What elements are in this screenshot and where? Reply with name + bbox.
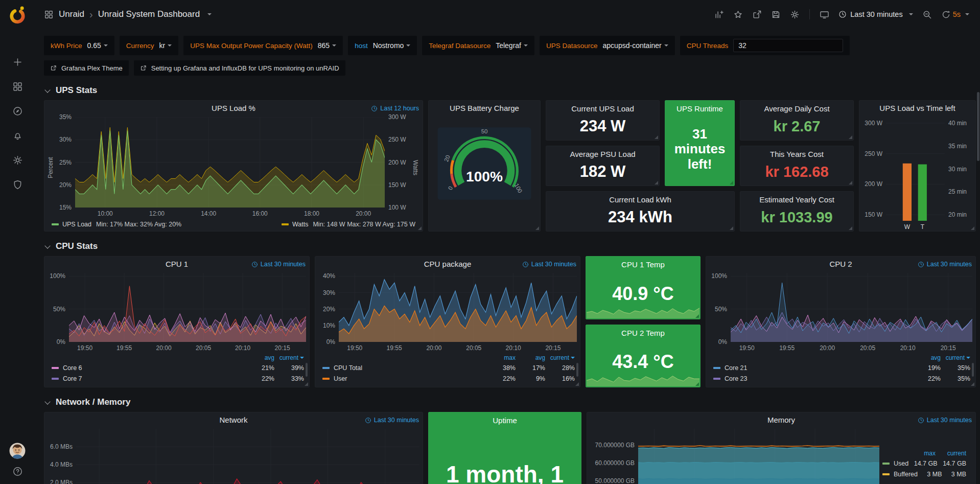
sidebar-server-admin-button[interactable] xyxy=(12,179,23,190)
legend-series[interactable]: UPS Load Min: 17% Max: 32% Avg: 20% xyxy=(52,221,181,228)
section-cpu-stats[interactable]: CPU Stats xyxy=(44,240,976,252)
panel-title[interactable]: Memory xyxy=(767,416,795,424)
refresh-interval-label[interactable]: 5s xyxy=(953,10,961,18)
dashboard-settings-button[interactable] xyxy=(786,7,803,22)
variable-value[interactable]: 865 xyxy=(318,41,336,50)
variable-host[interactable]: host Nostromo xyxy=(348,36,417,55)
variable-value[interactable]: 0.65 xyxy=(87,41,108,50)
panel-resize-handle[interactable] xyxy=(849,181,852,185)
panel-title[interactable]: UPS Load % xyxy=(212,104,255,112)
legend-col-max[interactable]: max xyxy=(486,354,516,361)
plot-area[interactable] xyxy=(638,429,879,484)
variable-telegraf-datasource[interactable]: Telegraf Datasource Telegraf xyxy=(422,36,534,55)
help-button[interactable] xyxy=(12,466,23,477)
time-picker-button[interactable]: Last 30 minutes xyxy=(835,8,916,21)
panel-resize-handle[interactable] xyxy=(849,135,852,139)
variable-value[interactable]: apcupsd-container xyxy=(603,41,668,50)
panel-resize-handle[interactable] xyxy=(575,382,579,386)
legend-col-current[interactable]: current xyxy=(941,354,970,361)
panel-title[interactable]: Current UPS Load xyxy=(546,101,659,113)
panel-title[interactable]: CPU 1 Temp xyxy=(586,257,700,269)
legend-scrollbar[interactable] xyxy=(972,363,974,377)
panel-title[interactable]: Estimated Yearly Cost xyxy=(740,192,853,204)
refresh-button[interactable]: 5s xyxy=(938,7,973,22)
star-dashboard-button[interactable] xyxy=(730,7,746,22)
zoom-out-time-button[interactable] xyxy=(919,7,936,22)
panel-resize-handle[interactable] xyxy=(695,314,699,318)
panel-resize-handle[interactable] xyxy=(418,226,422,230)
panel-resize-handle[interactable] xyxy=(535,226,539,230)
panel-title[interactable]: Uptime xyxy=(429,412,581,425)
legend-series[interactable]: Watts Min: 148 W Max: 278 W Avg: 175 W xyxy=(282,221,415,228)
memory-chart[interactable] xyxy=(638,429,879,484)
link-ups-monitoring-guide[interactable]: Setting up Grafana and InfluxDB for UPS … xyxy=(134,60,345,76)
legend-series[interactable]: Core 21 xyxy=(713,364,911,372)
plot-area[interactable] xyxy=(731,273,972,342)
cpu1-chart[interactable] xyxy=(69,273,306,342)
legend-col-current[interactable]: current xyxy=(545,354,575,361)
panel-title[interactable]: Current Load kWh xyxy=(546,192,734,204)
legend-col-current[interactable]: current xyxy=(936,450,966,457)
refresh-interval-caret-icon[interactable] xyxy=(965,13,969,15)
link-grafana-plex-theme[interactable]: Grafana Plex Theme xyxy=(44,60,129,76)
panel-resize-handle[interactable] xyxy=(971,382,974,386)
grafana-logo[interactable] xyxy=(7,5,28,25)
variable-kwh-price[interactable]: kWh Price 0.65 xyxy=(44,36,114,55)
variable-currency[interactable]: Currency kr xyxy=(120,36,178,55)
share-dashboard-button[interactable] xyxy=(749,7,765,22)
panel-title[interactable]: UPS Battery Charge xyxy=(450,104,519,112)
variable-value[interactable]: Nostromo xyxy=(373,41,411,50)
panel-title[interactable]: UPS Runtime xyxy=(665,101,734,113)
panel-resize-handle[interactable] xyxy=(730,181,733,185)
panel-resize-handle[interactable] xyxy=(849,226,852,230)
panel-title[interactable]: UPS Load vs Time left xyxy=(879,104,955,112)
legend-series[interactable]: Core 23 xyxy=(713,375,911,382)
panel-title[interactable]: Network xyxy=(219,416,247,424)
page-scrollbar[interactable] xyxy=(977,92,979,161)
legend-col-avg[interactable]: avg xyxy=(911,354,941,361)
legend-col-current[interactable]: current xyxy=(274,354,304,361)
legend-col-avg[interactable]: avg xyxy=(245,354,274,361)
cpu2-chart[interactable] xyxy=(731,273,972,342)
plot-area[interactable] xyxy=(76,429,419,484)
plot-area[interactable] xyxy=(69,273,306,342)
legend-scrollbar[interactable] xyxy=(306,363,308,377)
legend-series[interactable]: Core 6 xyxy=(52,364,245,372)
panel-title[interactable]: CPU 1 xyxy=(166,260,188,268)
variable-value[interactable]: kr xyxy=(159,41,172,50)
plot-area[interactable] xyxy=(75,117,385,208)
cpu-package-chart[interactable] xyxy=(339,273,577,342)
legend-series[interactable]: Used xyxy=(882,460,908,467)
panel-title[interactable]: This Years Cost xyxy=(740,146,853,158)
sidebar-create-button[interactable] xyxy=(12,57,23,67)
sidebar-alerting-button[interactable] xyxy=(12,130,23,141)
cpu-threads-input[interactable]: 32 xyxy=(733,39,843,52)
section-network-memory[interactable]: Network / Memory xyxy=(44,396,976,408)
section-ups-stats[interactable]: UPS Stats xyxy=(44,84,976,97)
variable-value[interactable]: Telegraf xyxy=(496,41,528,50)
sidebar-configuration-button[interactable] xyxy=(12,155,23,166)
variable-ups-datasource[interactable]: UPS Datasource apcupsd-container xyxy=(540,36,675,55)
legend-series[interactable]: Buffered xyxy=(882,471,918,478)
save-dashboard-button[interactable] xyxy=(767,7,784,22)
load-vs-time-chart[interactable] xyxy=(886,117,945,221)
panel-resize-handle[interactable] xyxy=(655,135,658,139)
sidebar-dashboards-button[interactable] xyxy=(12,81,23,92)
panel-title[interactable]: CPU 2 Temp xyxy=(586,325,700,337)
ups-load-chart[interactable] xyxy=(75,117,385,208)
panel-title[interactable]: Average PSU Load xyxy=(546,146,659,158)
legend-series[interactable]: Core 7 xyxy=(52,375,245,382)
panel-title[interactable]: CPU package xyxy=(424,260,472,268)
panel-resize-handle[interactable] xyxy=(655,181,658,185)
panel-resize-handle[interactable] xyxy=(305,382,308,386)
legend-series[interactable]: User xyxy=(322,375,486,382)
legend-col-max[interactable]: max xyxy=(905,450,936,457)
cycle-view-mode-button[interactable] xyxy=(816,7,833,22)
panel-resize-handle[interactable] xyxy=(730,226,733,230)
panel-title[interactable]: CPU 2 xyxy=(829,260,852,268)
dashboard-title[interactable]: Unraid System Dashboard xyxy=(98,9,200,19)
panel-resize-handle[interactable] xyxy=(695,382,699,386)
breadcrumb-folder[interactable]: Unraid xyxy=(59,9,84,19)
legend-series[interactable]: CPU Total xyxy=(322,364,486,372)
panel-title[interactable]: Average Daily Cost xyxy=(740,101,853,113)
